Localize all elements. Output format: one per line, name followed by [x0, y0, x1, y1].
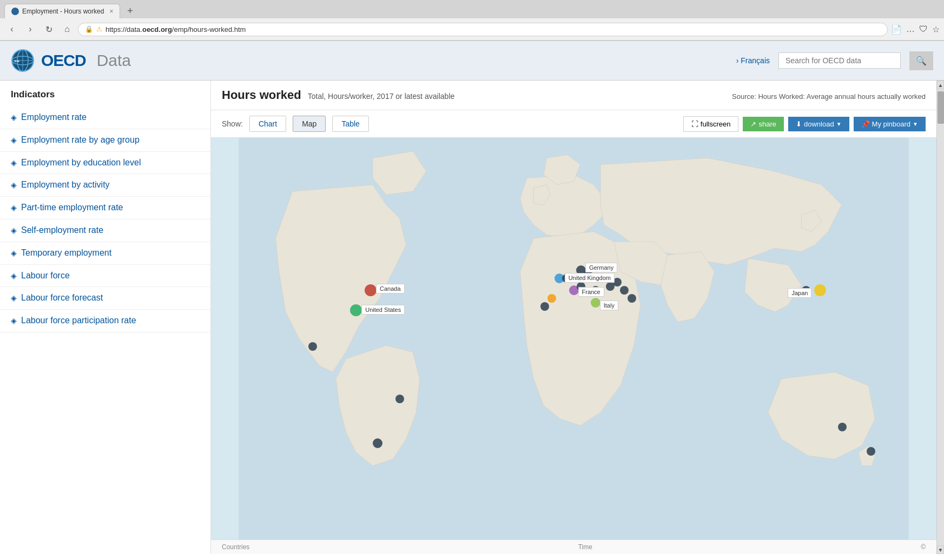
sidebar-label-employment-rate-age: Employment rate by age group	[21, 135, 140, 146]
scroll-down-button[interactable]: ▼	[937, 545, 944, 554]
sidebar-item-temporary[interactable]: ◈ Temporary employment	[0, 242, 210, 265]
sidebar-item-part-time[interactable]: ◈ Part-time employment rate	[0, 197, 210, 219]
source-text: Source: Hours Worked: Average annual hou…	[732, 92, 926, 101]
sidebar-item-self-employment[interactable]: ◈ Self-employment rate	[0, 219, 210, 242]
svg-text:»»: »»	[14, 58, 19, 64]
sidebar-label-part-time: Part-time employment rate	[21, 202, 123, 214]
sidebar-item-employment-rate-age[interactable]: ◈ Employment rate by age group	[0, 129, 210, 152]
content-area: Hours worked Total, Hours/worker, 2017 o…	[211, 81, 936, 554]
map-view-button[interactable]: Map	[293, 116, 326, 132]
map-dot-canada[interactable]	[365, 284, 377, 296]
map-dot-eu6[interactable]	[577, 282, 585, 291]
map-dot-usa[interactable]	[350, 304, 362, 316]
map-dot-spain[interactable]	[547, 294, 556, 303]
download-label: download	[804, 120, 834, 128]
table-view-button[interactable]: Table	[332, 116, 368, 132]
main-content: Indicators ◈ Employment rate ◈ Employmen…	[0, 81, 944, 554]
pocket-icon[interactable]: 🛡	[919, 24, 928, 34]
sidebar-label-labour-force: Labour force	[21, 270, 70, 282]
back-button[interactable]: ‹	[4, 22, 19, 37]
sidebar-item-employment-education[interactable]: ◈ Employment by education level	[0, 152, 210, 175]
url-text: https://data.oecd.org/emp/hours-worked.h…	[105, 25, 881, 34]
sidebar-title: Indicators	[0, 89, 210, 106]
fullscreen-label: fullscreen	[701, 120, 731, 128]
sidebar-item-employment-activity[interactable]: ◈ Employment by activity	[0, 174, 210, 197]
map-label-canada: Canada	[376, 284, 405, 294]
map-container[interactable]: CanadaUnited StatesUnited KingdomGermany…	[211, 138, 936, 539]
sidebar-label-employment-rate: Employment rate	[21, 112, 87, 123]
action-buttons: ⛶ fullscreen ↗ share ⬇ download ▼ 📌 My p…	[683, 116, 926, 132]
bottom-time: Time	[578, 543, 592, 551]
tab-close-button[interactable]: ×	[109, 8, 113, 15]
share-icon: ↗	[750, 120, 756, 128]
map-dot-chile[interactable]	[373, 438, 382, 448]
scroll-up-button[interactable]: ▲	[937, 81, 944, 89]
francais-link[interactable]: Français	[736, 56, 770, 65]
pinboard-label: My pinboard	[872, 120, 911, 128]
reader-icon[interactable]: 📄	[891, 24, 902, 35]
map-dot-italy[interactable]	[591, 298, 600, 308]
tab-bar: Employment - Hours worked × +	[0, 0, 944, 18]
sidebar-label-employment-activity: Employment by activity	[21, 179, 110, 191]
page-title: Hours worked	[222, 88, 301, 102]
tab-favicon	[11, 8, 19, 15]
map-dot-nz[interactable]	[867, 447, 875, 456]
scrollbar[interactable]: ▲ ▼	[936, 81, 944, 554]
oecd-logo[interactable]: »» OECD Data	[11, 49, 131, 72]
map-dot-eu2[interactable]	[584, 270, 592, 279]
copyright-icon: ©	[921, 543, 926, 551]
page-header: »» OECD Data Français 🔍	[0, 41, 944, 81]
browser-toolbar: ‹ › ↻ ⌂ 🔒 ⚠ https://data.oecd.org/emp/ho…	[0, 18, 944, 41]
map-dot-eu5[interactable]	[591, 286, 600, 295]
download-icon: ⬇	[796, 120, 802, 128]
map-dot-eu9[interactable]	[628, 294, 636, 303]
sidebar-item-labour-force-participation[interactable]: ◈ Labour force participation rate	[0, 310, 210, 332]
chevron-icon: ◈	[11, 316, 17, 325]
search-button[interactable]: 🔍	[909, 51, 933, 70]
bottom-countries: Countries	[222, 543, 249, 551]
map-dot-eu8[interactable]	[620, 286, 629, 295]
sidebar-item-labour-force-forecast[interactable]: ◈ Labour force forecast	[0, 287, 210, 310]
share-button[interactable]: ↗ share	[743, 117, 784, 131]
more-icon[interactable]: …	[906, 24, 915, 34]
view-toolbar: Show: Chart Map Table ⛶ fullscreen ↗ sha…	[211, 110, 936, 138]
address-bar[interactable]: 🔒 ⚠ https://data.oecd.org/emp/hours-work…	[78, 23, 888, 36]
chevron-icon: ◈	[11, 226, 17, 235]
sidebar-item-labour-force[interactable]: ◈ Labour force	[0, 265, 210, 288]
oecd-brand-text: OECD	[41, 51, 86, 70]
map-dot-australia[interactable]	[838, 423, 847, 431]
sidebar-label-temporary: Temporary employment	[21, 248, 111, 259]
map-dot-eu10[interactable]	[540, 302, 549, 311]
search-bar[interactable]	[778, 52, 901, 69]
fullscreen-button[interactable]: ⛶ fullscreen	[683, 116, 739, 132]
forward-button[interactable]: ›	[23, 22, 38, 37]
scroll-thumb[interactable]	[938, 91, 944, 124]
map-dot-korea[interactable]	[802, 286, 810, 295]
tab-title: Employment - Hours worked	[22, 8, 104, 15]
chevron-icon: ◈	[11, 249, 17, 257]
map-dot-brazil[interactable]	[395, 395, 404, 403]
map-dot-mexico[interactable]	[308, 342, 317, 351]
search-input[interactable]	[785, 56, 894, 65]
bookmark-icon[interactable]: ☆	[932, 24, 940, 35]
chevron-icon: ◈	[11, 294, 17, 302]
active-tab[interactable]: Employment - Hours worked ×	[4, 4, 120, 18]
chevron-icon: ◈	[11, 158, 17, 167]
home-button[interactable]: ⌂	[60, 22, 75, 37]
sidebar: Indicators ◈ Employment rate ◈ Employmen…	[0, 81, 211, 554]
map-dots-container: CanadaUnited StatesUnited KingdomGermany…	[211, 138, 936, 539]
chevron-icon: ◈	[11, 203, 17, 212]
map-dot-eu3[interactable]	[598, 274, 607, 283]
map-dot-eu7[interactable]	[613, 278, 622, 286]
new-tab-button[interactable]: +	[122, 3, 137, 18]
chart-view-button[interactable]: Chart	[249, 116, 286, 132]
sidebar-item-employment-rate[interactable]: ◈ Employment rate	[0, 106, 210, 129]
map-dot-japan[interactable]	[814, 284, 826, 296]
pin-icon: 📌	[861, 120, 870, 128]
pinboard-button[interactable]: 📌 My pinboard ▼	[854, 117, 926, 131]
download-button[interactable]: ⬇ download ▼	[788, 117, 849, 131]
sidebar-label-labour-force-participation: Labour force participation rate	[21, 315, 136, 326]
map-dot-eu1[interactable]	[562, 274, 571, 283]
header-right: Français 🔍	[736, 51, 933, 70]
reload-button[interactable]: ↻	[41, 22, 56, 37]
